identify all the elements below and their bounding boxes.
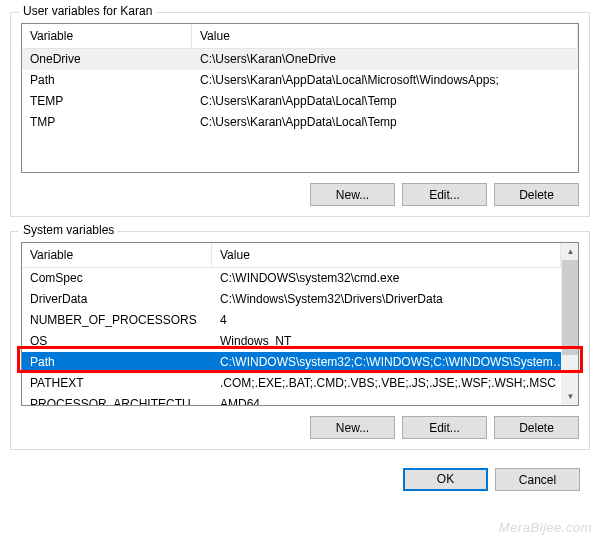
scroll-up-icon[interactable]: ▲	[562, 243, 579, 260]
table-row[interactable]: Path C:\Users\Karan\AppData\Local\Micros…	[22, 70, 578, 91]
user-col-value[interactable]: Value	[192, 24, 578, 48]
table-row[interactable]: PATHEXT .COM;.EXE;.BAT;.CMD;.VBS;.VBE;.J…	[22, 373, 578, 394]
scroll-down-icon[interactable]: ▼	[562, 388, 579, 405]
user-edit-button[interactable]: Edit...	[402, 183, 487, 206]
cancel-button[interactable]: Cancel	[495, 468, 580, 491]
var-value: C:\Users\Karan\AppData\Local\Microsoft\W…	[192, 70, 578, 91]
var-value: C:\WINDOWS\system32;C:\WINDOWS;C:\WINDOW…	[212, 352, 578, 373]
system-variables-listbox[interactable]: Variable Value ComSpec C:\WINDOWS\system…	[21, 242, 579, 406]
var-value: C:\Users\Karan\OneDrive	[192, 49, 578, 70]
dialog-buttons: OK Cancel	[0, 454, 600, 501]
var-name: TEMP	[22, 91, 192, 112]
var-name: TMP	[22, 112, 192, 133]
var-name: Path	[22, 352, 212, 373]
var-value: C:\Users\Karan\AppData\Local\Temp	[192, 112, 578, 133]
user-vars-body: OneDrive C:\Users\Karan\OneDrive Path C:…	[22, 49, 578, 133]
table-row[interactable]: PROCESSOR_ARCHITECTURE AMD64	[22, 394, 578, 406]
var-name: ComSpec	[22, 268, 212, 289]
var-name: PROCESSOR_ARCHITECTURE	[22, 394, 212, 406]
system-variables-legend: System variables	[19, 223, 118, 237]
var-name: DriverData	[22, 289, 212, 310]
user-vars-header: Variable Value	[22, 24, 578, 49]
sys-col-variable[interactable]: Variable	[22, 243, 212, 267]
var-name: PATHEXT	[22, 373, 212, 394]
user-variables-legend: User variables for Karan	[19, 4, 156, 18]
sys-delete-button[interactable]: Delete	[494, 416, 579, 439]
sys-new-button[interactable]: New...	[310, 416, 395, 439]
table-row[interactable]: NUMBER_OF_PROCESSORS 4	[22, 310, 578, 331]
watermark-text: MeraBijee.com	[499, 520, 592, 535]
user-variables-group: User variables for Karan Variable Value …	[10, 12, 590, 217]
var-value: AMD64	[212, 394, 578, 406]
table-row[interactable]: TMP C:\Users\Karan\AppData\Local\Temp	[22, 112, 578, 133]
sys-col-value[interactable]: Value	[212, 243, 561, 267]
user-col-variable[interactable]: Variable	[22, 24, 192, 48]
vertical-scrollbar[interactable]: ▲ ▼	[561, 243, 578, 405]
table-row[interactable]: Path C:\WINDOWS\system32;C:\WINDOWS;C:\W…	[22, 352, 578, 373]
table-row[interactable]: ComSpec C:\WINDOWS\system32\cmd.exe	[22, 268, 578, 289]
sys-vars-buttons: New... Edit... Delete	[21, 416, 579, 439]
sys-vars-header: Variable Value	[22, 243, 578, 268]
ok-button[interactable]: OK	[403, 468, 488, 491]
user-vars-buttons: New... Edit... Delete	[21, 183, 579, 206]
scrollbar-thumb[interactable]	[562, 260, 578, 355]
sys-vars-body: ComSpec C:\WINDOWS\system32\cmd.exe Driv…	[22, 268, 578, 406]
var-name: Path	[22, 70, 192, 91]
sys-edit-button[interactable]: Edit...	[402, 416, 487, 439]
table-row[interactable]: OneDrive C:\Users\Karan\OneDrive	[22, 49, 578, 70]
user-new-button[interactable]: New...	[310, 183, 395, 206]
var-value: Windows_NT	[212, 331, 578, 352]
table-row[interactable]: TEMP C:\Users\Karan\AppData\Local\Temp	[22, 91, 578, 112]
table-row[interactable]: OS Windows_NT	[22, 331, 578, 352]
var-value: C:\Users\Karan\AppData\Local\Temp	[192, 91, 578, 112]
var-value: 4	[212, 310, 578, 331]
var-name: OneDrive	[22, 49, 192, 70]
system-variables-group: System variables Variable Value ComSpec …	[10, 231, 590, 450]
var-value: .COM;.EXE;.BAT;.CMD;.VBS;.VBE;.JS;.JSE;.…	[212, 373, 578, 394]
table-row[interactable]: DriverData C:\Windows\System32\Drivers\D…	[22, 289, 578, 310]
var-value: C:\Windows\System32\Drivers\DriverData	[212, 289, 578, 310]
var-name: OS	[22, 331, 212, 352]
user-variables-listbox[interactable]: Variable Value OneDrive C:\Users\Karan\O…	[21, 23, 579, 173]
var-value: C:\WINDOWS\system32\cmd.exe	[212, 268, 578, 289]
user-delete-button[interactable]: Delete	[494, 183, 579, 206]
var-name: NUMBER_OF_PROCESSORS	[22, 310, 212, 331]
